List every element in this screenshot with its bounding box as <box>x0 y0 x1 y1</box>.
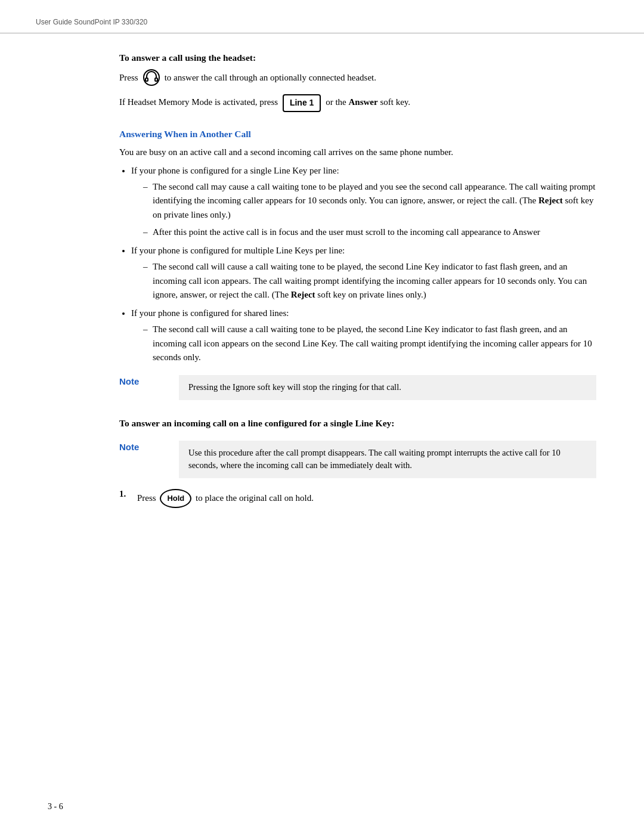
section3-heading: To answer an incoming call on a line con… <box>119 417 596 430</box>
subsection-title: Answering When in Another Call <box>119 129 596 140</box>
step1-after: to place the original call on hold. <box>196 493 314 503</box>
section-headset: To answer a call using the headset: Pres… <box>119 52 596 112</box>
sub-bullet3-1: The second call will cause a call waitin… <box>153 324 592 362</box>
sub-bullet1-2: After this point the active call is in f… <box>153 227 540 237</box>
bullet1-text: If your phone is configured for a single… <box>131 166 339 175</box>
section2-intro: You are busy on an active call and a sec… <box>119 145 596 159</box>
note2-content: Use this procedure after the call prompt… <box>179 441 596 479</box>
page-header: User Guide SoundPoint IP 330/320 <box>0 0 644 33</box>
page-content: To answer a call using the headset: Pres… <box>0 33 644 550</box>
bullet-list: If your phone is configured for a single… <box>131 164 596 364</box>
page-footer: 3 - 6 <box>48 802 63 812</box>
headset-mode-text: If Headset Memory Mode is activated, pre… <box>119 97 278 107</box>
sub-list-item: After this point the active call is in f… <box>143 225 596 239</box>
page-number: 3 - 6 <box>48 802 63 811</box>
sub-bullet-list: The second call may cause a call waiting… <box>143 180 596 239</box>
note2-label: Note <box>119 441 179 452</box>
press-after-text: to answer the call through an optionally… <box>165 70 376 85</box>
list-item: If your phone is configured for multiple… <box>131 244 596 302</box>
section-headset-title: To answer a call using the headset: <box>119 52 596 63</box>
sub-bullet2-1: The second call will cause a call waitin… <box>153 262 587 299</box>
header-text: User Guide SoundPoint IP 330/320 <box>36 18 147 26</box>
bullet2-text: If your phone is configured for multiple… <box>131 246 345 255</box>
reject-bold: Reject <box>538 196 563 205</box>
press-label: Press <box>119 70 138 85</box>
sub-list-item: The second call will cause a call waitin… <box>143 260 596 302</box>
headset-mode-line: If Headset Memory Mode is activated, pre… <box>119 94 596 112</box>
svg-rect-1 <box>155 78 157 81</box>
note1-content: Pressing the Ignore soft key will stop t… <box>179 375 596 400</box>
answer-bold-text: Answer <box>348 97 377 107</box>
sub-bullet-list: The second call will cause a call waitin… <box>143 260 596 302</box>
line1-key: Line 1 <box>283 94 321 112</box>
press-headset-line: Press to answer the call through an opti… <box>119 69 596 86</box>
soft-key-text: soft key. <box>380 97 410 107</box>
step1-press: Press <box>137 493 156 503</box>
reject-bold2: Reject <box>291 290 315 299</box>
sub-bullet1-1: The second call may cause a call waiting… <box>153 182 595 219</box>
list-item: If your phone is configured for shared l… <box>131 306 596 364</box>
headset-icon <box>143 69 160 86</box>
sub-list-item: The second call will cause a call waitin… <box>143 323 596 364</box>
step1-number: 1. <box>119 489 137 499</box>
hold-button: Hold <box>160 489 191 508</box>
note1-label: Note <box>119 375 179 386</box>
svg-rect-0 <box>145 78 148 81</box>
bullet3-text: If your phone is configured for shared l… <box>131 308 289 318</box>
sub-list-item: The second call may cause a call waiting… <box>143 180 596 222</box>
section-another-call: Answering When in Another Call You are b… <box>119 129 596 365</box>
step1: 1. Press Hold to place the original call… <box>119 489 596 508</box>
answer-or-text: or the <box>326 97 346 107</box>
step1-content: Press Hold to place the original call on… <box>137 489 314 508</box>
sub-bullet-list: The second call will cause a call waitin… <box>143 323 596 364</box>
note2-row: Note Use this procedure after the call p… <box>119 441 596 479</box>
note1-row: Note Pressing the Ignore soft key will s… <box>119 375 596 400</box>
list-item: If your phone is configured for a single… <box>131 164 596 239</box>
